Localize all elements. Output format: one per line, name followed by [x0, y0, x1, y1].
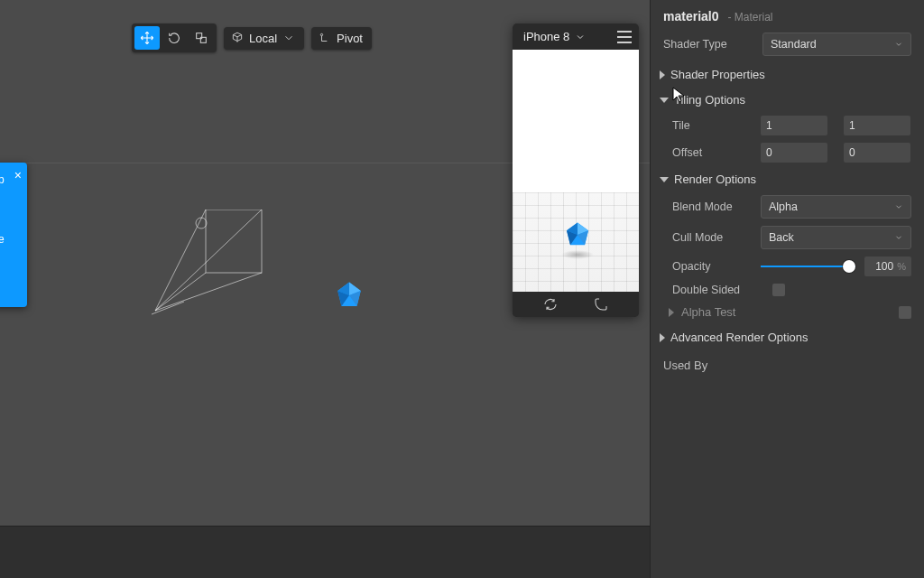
section-alpha-test-label: Alpha Test — [681, 305, 735, 319]
pivot-mode-button[interactable]: Pivot — [311, 27, 372, 50]
double-sided-label: Double Sided — [672, 284, 740, 296]
shader-type-row: Shader Type Standard — [651, 27, 924, 61]
scale-icon — [194, 31, 208, 45]
blend-mode-row: Blend Mode Alpha — [651, 191, 924, 222]
svg-rect-3 — [206, 210, 262, 273]
scene-object[interactable] — [334, 280, 365, 313]
gizmo-tool-group — [132, 23, 217, 52]
triangle-right-icon — [660, 70, 665, 79]
svg-point-2 — [320, 33, 322, 35]
chevron-down-icon — [282, 32, 295, 44]
opacity-value-input[interactable]: 100 % — [864, 256, 911, 276]
svg-point-9 — [196, 218, 207, 228]
section-render-options-label: Render Options — [674, 172, 756, 186]
info-text-3: e — [0, 231, 22, 247]
section-shader-properties-label: Shader Properties — [670, 68, 765, 81]
preview-object — [563, 220, 592, 252]
double-sided-checkbox[interactable] — [772, 284, 785, 296]
opacity-row: Opacity 100 % — [651, 253, 924, 280]
section-alpha-test[interactable]: Alpha Test — [651, 300, 924, 324]
opacity-slider[interactable] — [761, 258, 855, 275]
shader-type-select[interactable]: Standard — [762, 33, 911, 56]
opacity-label: Opacity — [672, 260, 752, 273]
pivot-mode-label: Pivot — [337, 32, 363, 45]
viewport-area[interactable]: Local Pivot × p l e — [0, 0, 650, 578]
alpha-test-checkbox[interactable] — [899, 306, 911, 319]
cull-mode-select[interactable]: Back — [761, 226, 911, 249]
info-text-2: l — [0, 215, 22, 231]
pivot-icon — [319, 32, 331, 44]
chevron-down-icon — [894, 40, 903, 49]
tile-y-input[interactable]: 1 — [844, 116, 910, 135]
triangle-down-icon — [660, 98, 669, 103]
offset-x-input[interactable]: 0 — [761, 143, 827, 163]
move-icon — [140, 31, 154, 45]
inspector-panel: material0 - Material Shader Type Standar… — [650, 0, 924, 578]
scale-tool-button[interactable] — [189, 26, 214, 50]
svg-line-6 — [155, 273, 206, 311]
rotate-device-icon[interactable] — [594, 297, 608, 312]
blend-mode-select[interactable]: Alpha — [761, 195, 911, 219]
triangle-right-icon — [669, 308, 674, 317]
svg-line-8 — [152, 302, 184, 314]
shader-type-label: Shader Type — [663, 38, 753, 51]
tile-row: Tile 1 1 — [651, 112, 924, 139]
device-preview-footer — [513, 292, 639, 317]
offset-label: Offset — [672, 146, 752, 159]
rotate-icon — [167, 31, 181, 45]
cull-mode-row: Cull Mode Back — [651, 222, 924, 253]
material-type-label: - Material — [727, 11, 772, 23]
tile-label: Tile — [672, 119, 752, 132]
cube-icon — [231, 32, 244, 44]
used-by-section: Used By — [651, 350, 924, 381]
offset-y-input[interactable]: 0 — [844, 143, 910, 163]
cull-mode-label: Cull Mode — [672, 231, 752, 244]
coordinate-space-dropdown[interactable]: Local — [224, 27, 304, 50]
info-panel: × p l e — [0, 163, 27, 307]
triangle-right-icon — [660, 333, 665, 342]
chevron-down-icon — [894, 202, 903, 211]
double-sided-row: Double Sided — [651, 280, 924, 300]
section-render-options[interactable]: Render Options — [651, 166, 924, 191]
hamburger-menu-button[interactable] — [617, 31, 632, 43]
coordinate-space-label: Local — [249, 32, 277, 45]
used-by-label: Used By — [663, 359, 707, 372]
section-advanced-render[interactable]: Advanced Render Options — [651, 324, 924, 350]
cursor-icon — [672, 87, 685, 103]
device-screen — [513, 50, 639, 292]
toolbar: Local Pivot — [132, 23, 372, 52]
device-preview-panel: iPhone 8 — [513, 23, 639, 317]
blend-mode-label: Blend Mode — [672, 200, 752, 213]
svg-line-7 — [155, 273, 262, 311]
section-tiling-options[interactable]: Tiling Options — [651, 87, 924, 112]
device-name-label[interactable]: iPhone 8 — [523, 30, 569, 43]
close-icon[interactable]: × — [14, 166, 22, 185]
material-name: material0 — [663, 9, 718, 23]
polyhedron-icon — [334, 280, 365, 311]
inspector-header: material0 - Material — [651, 0, 924, 27]
shader-type-value: Standard — [771, 38, 817, 51]
device-preview-header: iPhone 8 — [513, 23, 639, 50]
section-advanced-render-label: Advanced Render Options — [670, 331, 808, 344]
rotate-tool-button[interactable] — [162, 26, 187, 50]
section-shader-properties[interactable]: Shader Properties — [651, 61, 924, 87]
move-tool-button[interactable] — [134, 26, 160, 50]
svg-line-5 — [155, 210, 262, 311]
offset-row: Offset 0 0 — [651, 139, 924, 166]
blend-mode-value: Alpha — [769, 200, 798, 213]
refresh-icon[interactable] — [543, 297, 558, 312]
svg-line-4 — [155, 210, 206, 311]
timeline-strip[interactable] — [0, 526, 650, 578]
cull-mode-value: Back — [769, 231, 794, 244]
viewport-canvas[interactable]: Local Pivot × p l e — [0, 0, 650, 578]
chevron-down-icon — [894, 233, 903, 242]
camera-gizmo — [152, 210, 269, 318]
triangle-down-icon — [660, 177, 669, 182]
chevron-down-icon[interactable] — [575, 32, 586, 42]
tile-x-input[interactable]: 1 — [761, 116, 827, 135]
